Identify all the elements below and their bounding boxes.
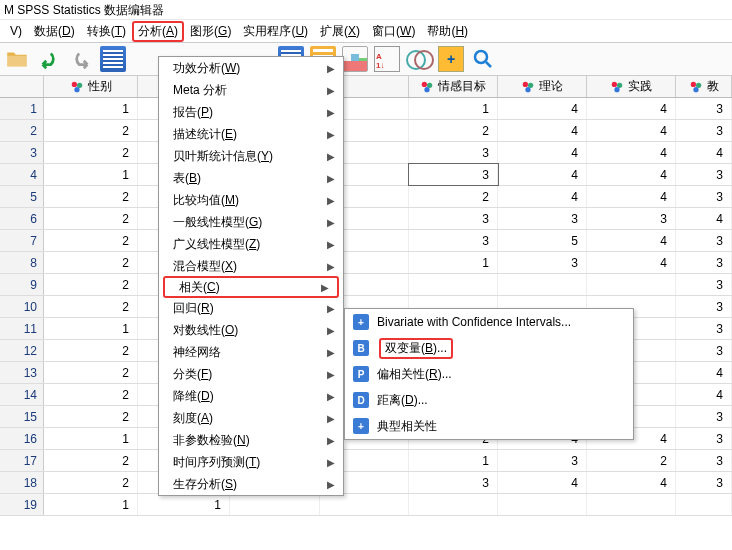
newchart-icon[interactable] xyxy=(438,46,464,72)
row-number[interactable]: 10 xyxy=(0,296,44,317)
cell[interactable]: 2 xyxy=(44,208,138,229)
extensions-menu[interactable]: 扩展(X) xyxy=(314,21,366,42)
transform-menu[interactable]: 转换(T) xyxy=(81,21,132,42)
row-number[interactable]: 1 xyxy=(0,98,44,119)
cell[interactable]: 4 xyxy=(498,142,587,163)
col-header[interactable]: 情感目标 xyxy=(409,76,498,97)
cell[interactable]: 1 xyxy=(409,252,498,273)
graphs-menu[interactable]: 图形(G) xyxy=(184,21,237,42)
correlate-submenu[interactable]: Bivariate with Confidence Intervals...B双… xyxy=(344,308,634,440)
menu-item[interactable]: 时间序列预测(T)▶ xyxy=(159,451,343,473)
row-number[interactable]: 8 xyxy=(0,252,44,273)
open-icon[interactable] xyxy=(4,46,30,72)
table-row[interactable]: 3223444 xyxy=(0,142,732,164)
cell[interactable]: 2 xyxy=(44,450,138,471)
cell[interactable]: 3 xyxy=(676,274,732,295)
cell[interactable]: 3 xyxy=(676,186,732,207)
row-number[interactable]: 2 xyxy=(0,120,44,141)
utilities-menu[interactable]: 实用程序(U) xyxy=(237,21,314,42)
cell[interactable]: 3 xyxy=(676,450,732,471)
menu-item[interactable]: 广义线性模型(Z)▶ xyxy=(159,233,343,255)
cell[interactable]: 2 xyxy=(44,252,138,273)
cell[interactable]: 4 xyxy=(498,186,587,207)
menu-item[interactable]: 降维(D)▶ xyxy=(159,385,343,407)
col-header[interactable]: 实践 xyxy=(587,76,676,97)
cell[interactable] xyxy=(498,274,587,295)
table-row[interactable]: 4113443 xyxy=(0,164,732,186)
cell[interactable] xyxy=(676,494,732,515)
cell[interactable]: 4 xyxy=(498,120,587,141)
venn-icon[interactable] xyxy=(406,46,432,72)
row-number[interactable]: 5 xyxy=(0,186,44,207)
table-row[interactable]: 8221343 xyxy=(0,252,732,274)
cell[interactable]: 4 xyxy=(498,98,587,119)
cell[interactable]: 1 xyxy=(44,164,138,185)
data-grid[interactable]: 性别 情感目标 理论 实践 教 111144322224433223444411… xyxy=(0,76,732,516)
cell[interactable]: 3 xyxy=(409,164,498,185)
cell[interactable]: 5 xyxy=(498,230,587,251)
menu-item[interactable]: 描述统计(E)▶ xyxy=(159,123,343,145)
cell[interactable]: 2 xyxy=(44,296,138,317)
cell[interactable]: 4 xyxy=(498,472,587,493)
menu-item[interactable]: 对数线性(O)▶ xyxy=(159,319,343,341)
cell[interactable]: 3 xyxy=(676,472,732,493)
cell[interactable]: 3 xyxy=(587,208,676,229)
cell[interactable]: 4 xyxy=(676,142,732,163)
menu-item[interactable]: 混合模型(X)▶ xyxy=(159,255,343,277)
cell[interactable]: 2 xyxy=(44,142,138,163)
cell[interactable]: 3 xyxy=(676,98,732,119)
cell[interactable] xyxy=(230,494,320,515)
cell[interactable] xyxy=(498,494,587,515)
data-icon[interactable] xyxy=(100,46,126,72)
cell[interactable]: 3 xyxy=(676,406,732,427)
cell[interactable]: 1 xyxy=(44,318,138,339)
row-number[interactable]: 18 xyxy=(0,472,44,493)
cell[interactable]: 4 xyxy=(587,142,676,163)
cell[interactable]: 2 xyxy=(409,120,498,141)
table-row[interactable]: 17211323 xyxy=(0,450,732,472)
cell[interactable] xyxy=(320,494,409,515)
menu-item[interactable]: 非参数检验(N)▶ xyxy=(159,429,343,451)
cell[interactable]: 4 xyxy=(498,164,587,185)
row-number[interactable]: 3 xyxy=(0,142,44,163)
cell[interactable] xyxy=(587,274,676,295)
cell[interactable]: 2 xyxy=(44,230,138,251)
menu-item[interactable]: 生存分析(S)▶ xyxy=(159,473,343,495)
view-menu[interactable]: V) xyxy=(4,22,28,40)
table-row[interactable]: 1911 xyxy=(0,494,732,516)
search-icon[interactable] xyxy=(470,46,496,72)
cell[interactable]: 1 xyxy=(409,98,498,119)
cell[interactable]: 3 xyxy=(676,120,732,141)
table-row[interactable]: 6213334 xyxy=(0,208,732,230)
cell[interactable]: 4 xyxy=(587,252,676,273)
table-row[interactable]: 7213543 xyxy=(0,230,732,252)
submenu-item[interactable]: Bivariate with Confidence Intervals... xyxy=(345,309,633,335)
submenu-item[interactable]: 典型相关性 xyxy=(345,413,633,439)
cell[interactable]: 2 xyxy=(44,340,138,361)
menu-item[interactable]: 神经网络▶ xyxy=(159,341,343,363)
cell[interactable]: 3 xyxy=(676,230,732,251)
cell[interactable]: 3 xyxy=(409,142,498,163)
cell[interactable]: 3 xyxy=(409,230,498,251)
menu-item[interactable]: 贝叶斯统计信息(Y)▶ xyxy=(159,145,343,167)
window-menu[interactable]: 窗口(W) xyxy=(366,21,421,42)
cell[interactable]: 3 xyxy=(498,252,587,273)
col-header[interactable]: 教 xyxy=(676,76,732,97)
row-number[interactable]: 13 xyxy=(0,362,44,383)
cell[interactable]: 4 xyxy=(587,120,676,141)
redo-icon[interactable] xyxy=(68,46,94,72)
row-number[interactable]: 12 xyxy=(0,340,44,361)
row-number[interactable]: 16 xyxy=(0,428,44,449)
cell[interactable]: 3 xyxy=(409,208,498,229)
cell[interactable]: 2 xyxy=(44,472,138,493)
row-number[interactable]: 15 xyxy=(0,406,44,427)
menu-item[interactable]: 功效分析(W)▶ xyxy=(159,57,343,79)
table-row[interactable]: 2222443 xyxy=(0,120,732,142)
analyze-menu[interactable]: 分析(A) xyxy=(132,21,184,42)
menu-item[interactable]: 刻度(A)▶ xyxy=(159,407,343,429)
cell[interactable]: 2 xyxy=(44,120,138,141)
chart-icon[interactable] xyxy=(342,46,368,72)
analyze-menu-dropdown[interactable]: 功效分析(W)▶Meta 分析▶报告(P)▶描述统计(E)▶贝叶斯统计信息(Y)… xyxy=(158,56,344,496)
cell[interactable]: 3 xyxy=(498,450,587,471)
menu-item[interactable]: 相关(C)▶ xyxy=(163,276,339,298)
